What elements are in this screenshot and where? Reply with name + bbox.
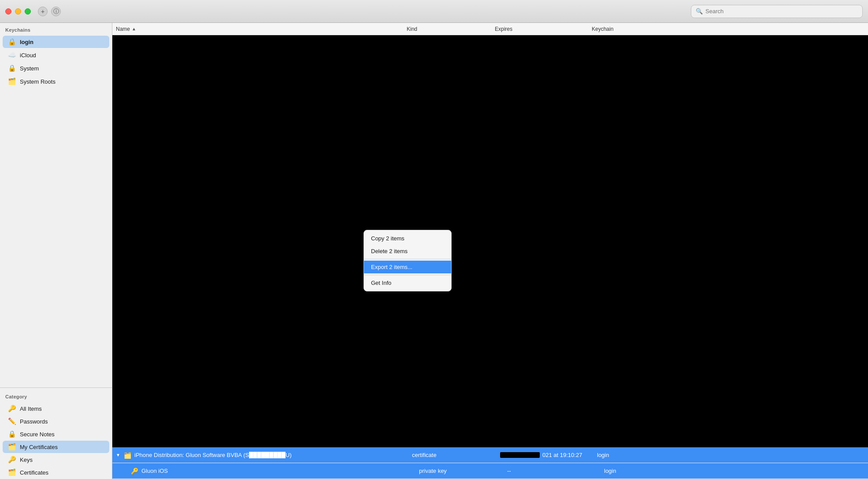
column-header-keychain[interactable]: Keychain — [592, 26, 864, 32]
column-header-kind[interactable]: Kind — [407, 26, 495, 32]
sidebar-item-icloud-label: iCloud — [20, 52, 36, 59]
sidebar-item-my-certificates-label: My Certificates — [20, 444, 58, 450]
sidebar-item-secure-notes-label: Secure Notes — [20, 431, 55, 438]
sidebar-item-system-label: System — [20, 65, 39, 72]
row-name-child: Gluon iOS — [141, 468, 419, 474]
sidebar-item-my-certificates[interactable]: 🗂️ My Certificates — [3, 441, 109, 453]
sidebar-item-passwords[interactable]: ✏️ Passwords — [3, 415, 109, 427]
table-row[interactable]: 🔑 Gluon iOS private key -- login — [112, 463, 868, 479]
titlebar-action-buttons: + ⓘ — [38, 7, 61, 16]
sidebar-item-login[interactable]: 🔒 login — [3, 36, 109, 48]
row-keychain-child: login — [604, 468, 864, 474]
sidebar-item-all-items-label: All Items — [20, 405, 42, 412]
column-header-name[interactable]: Name ▲ — [116, 26, 407, 32]
context-menu-export[interactable]: Export 2 items... — [364, 261, 451, 273]
add-button[interactable]: + — [38, 7, 48, 16]
sidebar-item-login-label: login — [20, 39, 33, 45]
cloud-icon: ☁️ — [8, 51, 16, 59]
titlebar: + ⓘ 🔍 — [0, 0, 868, 23]
row-kind-child: private key — [419, 468, 507, 474]
row-expires-parent: 021 at 19:10:27 — [500, 452, 597, 458]
main-content: Name ▲ Kind Expires Keychain ▼ 🗂️ iPhone… — [112, 23, 868, 479]
info-button[interactable]: ⓘ — [51, 7, 61, 16]
expires-redacted-block — [500, 452, 540, 458]
sidebar-item-system[interactable]: 🔒 System — [3, 62, 109, 74]
sidebar-item-secure-notes[interactable]: 🔒 Secure Notes — [3, 428, 109, 440]
table-area: ▼ 🗂️ iPhone Distribution: Gluon Software… — [112, 447, 868, 479]
app-window: Keychains 🔒 login ☁️ iCloud 🔒 System 🗂️ … — [0, 23, 868, 479]
secure-notes-icon: 🔒 — [8, 430, 16, 438]
row-keychain-parent: login — [597, 452, 864, 458]
keychains-header: Keychains — [0, 23, 112, 35]
key-row-icon: 🔑 — [130, 467, 139, 475]
minimize-button[interactable] — [15, 8, 21, 15]
search-input[interactable] — [705, 8, 858, 15]
row-kind-parent: certificate — [412, 452, 500, 458]
keys-icon: 🔑 — [8, 456, 16, 464]
context-menu-divider-2 — [364, 275, 451, 275]
my-certificates-icon: 🗂️ — [8, 443, 16, 451]
maximize-button[interactable] — [25, 8, 31, 15]
system-lock-icon: 🔒 — [8, 64, 16, 72]
sidebar-item-certificates-label: Certificates — [20, 469, 48, 476]
expand-arrow-icon[interactable]: ▼ — [116, 453, 123, 457]
sidebar-item-keys[interactable]: 🔑 Keys — [3, 453, 109, 466]
column-header-expires[interactable]: Expires — [495, 26, 592, 32]
column-headers: Name ▲ Kind Expires Keychain — [112, 23, 868, 35]
context-menu-copy[interactable]: Copy 2 items — [364, 232, 451, 245]
sidebar-item-system-roots[interactable]: 🗂️ System Roots — [3, 75, 109, 88]
lock-icon: 🔒 — [8, 38, 16, 46]
traffic-lights — [5, 8, 31, 15]
table-row[interactable]: ▼ 🗂️ iPhone Distribution: Gluon Software… — [112, 447, 868, 463]
certificate-row-icon: 🗂️ — [123, 451, 132, 460]
sidebar-item-system-roots-label: System Roots — [20, 78, 56, 85]
sidebar-item-keys-label: Keys — [20, 457, 33, 463]
category-header: Category — [0, 390, 112, 402]
context-menu: Copy 2 items Delete 2 items Export 2 ite… — [364, 230, 452, 291]
search-icon: 🔍 — [696, 8, 703, 15]
sidebar-item-passwords-label: Passwords — [20, 418, 48, 425]
close-button[interactable] — [5, 8, 11, 15]
context-menu-divider — [364, 259, 451, 259]
passwords-icon: ✏️ — [8, 417, 16, 425]
search-bar[interactable]: 🔍 — [691, 5, 863, 18]
all-items-icon: 🔑 — [8, 405, 16, 413]
category-section: Category 🔑 All Items ✏️ Passwords 🔒 Secu… — [0, 387, 112, 479]
certificates-icon: 🗂️ — [8, 468, 16, 476]
sidebar-item-icloud[interactable]: ☁️ iCloud — [3, 49, 109, 61]
sort-arrow-icon: ▲ — [132, 26, 136, 31]
context-menu-get-info[interactable]: Get Info — [364, 276, 451, 289]
context-menu-delete[interactable]: Delete 2 items — [364, 245, 451, 258]
redacted-content-area — [112, 35, 868, 447]
sidebar: Keychains 🔒 login ☁️ iCloud 🔒 System 🗂️ … — [0, 23, 112, 479]
row-name-parent: iPhone Distribution: Gluon Software BVBA… — [134, 452, 412, 458]
row-expires-child: -- — [507, 468, 604, 474]
sidebar-item-all-items[interactable]: 🔑 All Items — [3, 402, 109, 415]
system-roots-icon: 🗂️ — [8, 77, 16, 85]
sidebar-item-certificates[interactable]: 🗂️ Certificates — [3, 466, 109, 479]
